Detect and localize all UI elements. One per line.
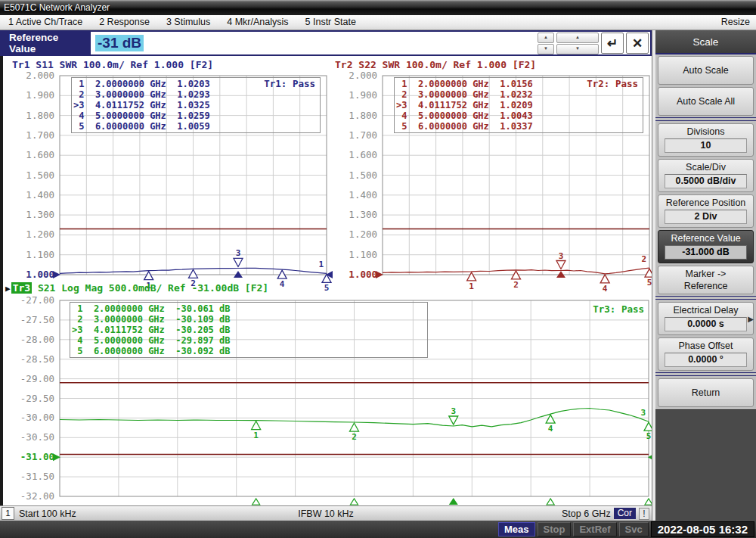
sweep-start-label: Start 100 kHz bbox=[19, 508, 76, 519]
marker-4-label: 4 bbox=[603, 284, 608, 294]
tr3-ytick: -31.50 bbox=[20, 471, 54, 482]
tr1-ytick: 1.200 bbox=[26, 229, 54, 240]
active-trace-arrow-icon: ▶ bbox=[5, 284, 11, 294]
tr2-header[interactable]: Tr2 S22 SWR 100.0m/ Ref 1.000 [F2] bbox=[335, 59, 536, 70]
spin-up-large-icon[interactable]: ▲ bbox=[556, 33, 599, 43]
tr3-header[interactable]: ▶Tr3 S21 Log Mag 500.0mdB/ Ref -31.00dB … bbox=[5, 282, 268, 294]
menu-mkr-analysis[interactable]: 4 Mkr/Analysis bbox=[218, 15, 296, 30]
softkey-filler bbox=[655, 409, 756, 521]
marker-table-row: 2 3.0000000 GHz 1.0232 bbox=[396, 89, 641, 100]
entry-selected-text: -31 dB bbox=[95, 35, 144, 51]
marker-2-icon[interactable] bbox=[349, 423, 358, 431]
marker-1-label: 1 bbox=[469, 281, 474, 291]
entry-close-button[interactable]: ✕ bbox=[626, 33, 649, 54]
marker-4-stimulus-icon bbox=[547, 499, 554, 505]
marker-3-label: 3 bbox=[236, 248, 241, 258]
tr3-ytick: -29.00 bbox=[20, 373, 54, 384]
electrical-delay-button[interactable]: Electrical Delay 0.0000 s ▶ bbox=[658, 302, 754, 335]
tr2-ytick: 1.600 bbox=[349, 149, 377, 160]
tr3-ytick: -32.00 bbox=[20, 490, 54, 502]
tr2-ytick: 1.800 bbox=[349, 110, 377, 121]
marker-table-row: 4 5.0000000 GHz -29.897 dB bbox=[72, 335, 426, 346]
spin-down-large-icon[interactable]: ▼ bbox=[556, 44, 599, 54]
marker-3-icon[interactable] bbox=[449, 416, 458, 424]
marker-1-icon[interactable] bbox=[252, 421, 261, 430]
status-meas: Meas bbox=[498, 522, 535, 536]
spin-down-small-icon[interactable]: ▼ bbox=[538, 44, 554, 54]
tr3-ytick: -28.00 bbox=[20, 334, 54, 345]
entry-controls: ▲ ▼ ▲ ▼ ↵ ✕ bbox=[538, 32, 650, 54]
menu-stimulus[interactable]: 3 Stimulus bbox=[158, 15, 218, 30]
active-trace-chip: Tr3 bbox=[11, 282, 32, 294]
marker-5-label: 5 bbox=[324, 283, 330, 293]
tr3-ytick: -27.50 bbox=[20, 314, 54, 325]
scale-div-button[interactable]: Scale/Div 0.5000 dB/div bbox=[658, 159, 754, 192]
instrument-screen: E5071C Network Analyzer 1 Active Ch/Trac… bbox=[0, 0, 756, 538]
tr3-trace-number: 3 bbox=[640, 408, 646, 418]
marker-1-icon[interactable] bbox=[467, 272, 476, 281]
window-title: E5071C Network Analyzer bbox=[4, 2, 110, 13]
auto-scale-button[interactable]: Auto Scale bbox=[658, 56, 754, 85]
marker-2-label: 2 bbox=[513, 280, 519, 290]
marker-table-row: >3 4.0111752 GHz 1.0325 bbox=[73, 100, 318, 110]
sweep-stop-label: Stop 6 GHz bbox=[562, 508, 611, 519]
status-extref: ExtRef bbox=[573, 522, 616, 536]
tr1-header[interactable]: Tr1 S11 SWR 100.0m/ Ref 1.000 [F2] bbox=[12, 59, 213, 70]
reference-value-input[interactable]: -31 dB bbox=[91, 32, 538, 54]
warning-badge: ! bbox=[639, 508, 649, 520]
fine-spinner: ▲ ▼ bbox=[538, 33, 554, 54]
ifbw-label: IFBW 10 kHz bbox=[298, 508, 354, 519]
tr1-ytick: 1.100 bbox=[26, 249, 54, 260]
marker-table-row: 5 6.0000000 GHz -30.092 dB bbox=[72, 346, 426, 356]
marker-5-label: 5 bbox=[646, 431, 652, 441]
tr3-ytick: -27.00 bbox=[20, 294, 54, 306]
divisions-button[interactable]: Divisions 10 bbox=[658, 123, 754, 157]
correction-badge: Cor bbox=[614, 508, 636, 519]
graph-area[interactable]: 2.0001.9001.8001.7001.6001.5001.4001.300… bbox=[0, 56, 652, 505]
marker-3-icon[interactable] bbox=[234, 258, 243, 266]
marker-1-icon[interactable] bbox=[144, 272, 153, 280]
menu-instr-state[interactable]: 5 Instr State bbox=[297, 15, 364, 30]
channel-bar-right: Stop 6 GHz Cor ! bbox=[562, 508, 652, 520]
tr3-pass-label: Tr3: Pass bbox=[565, 303, 644, 315]
tr2-pass-label: Tr2: Pass bbox=[587, 79, 638, 89]
marker-2-icon[interactable] bbox=[188, 269, 197, 278]
marker-4-icon[interactable] bbox=[600, 275, 609, 283]
marker-table-row: 1 2.0000000 GHz -30.061 dB bbox=[72, 303, 426, 314]
marker-4-icon[interactable] bbox=[546, 415, 555, 423]
marker-3-icon[interactable] bbox=[556, 261, 565, 269]
marker-table-row: >3 4.0111752 GHz 1.0209 bbox=[396, 100, 641, 110]
marker-table-row: 5 6.0000000 GHz 1.0059 bbox=[73, 121, 318, 132]
softkey-menu-title: Scale bbox=[655, 30, 756, 54]
marker-table-row: 4 5.0000000 GHz 1.0043 bbox=[396, 110, 641, 121]
entry-enter-button[interactable]: ↵ bbox=[601, 33, 624, 54]
marker-2-stimulus-icon bbox=[350, 499, 358, 505]
reference-position-button[interactable]: Reference Position 2 Div bbox=[658, 194, 754, 228]
reference-position-value: 2 Div bbox=[665, 210, 747, 224]
marker-to-reference-button[interactable]: Marker -> Reference bbox=[658, 266, 754, 294]
tr2-ytick: 1.000 bbox=[349, 269, 377, 280]
marker-3-label: 3 bbox=[451, 406, 456, 416]
marker-4-label: 4 bbox=[548, 424, 553, 434]
menu-resize[interactable]: Resize bbox=[715, 15, 756, 30]
marker-table-row: >3 4.0111752 GHz -30.205 dB bbox=[72, 325, 426, 335]
marker-4-label: 4 bbox=[280, 279, 285, 289]
divisions-value: 10 bbox=[665, 138, 747, 153]
reference-value-button[interactable]: Reference Value -31.000 dB bbox=[658, 230, 754, 263]
auto-scale-all-button[interactable]: Auto Scale All bbox=[658, 87, 754, 116]
status-datetime: 2022-08-05 16:32 bbox=[651, 521, 754, 537]
menu-active-ch-trace[interactable]: 1 Active Ch/Trace bbox=[0, 15, 91, 30]
menu-response[interactable]: 2 Response bbox=[91, 15, 158, 30]
active-marker-stimulus-icon bbox=[449, 498, 458, 505]
tr3-ytick: -30.00 bbox=[20, 412, 54, 423]
window-title-bar[interactable]: E5071C Network Analyzer bbox=[0, 0, 756, 15]
tr2-ytick: 1.100 bbox=[349, 249, 377, 260]
coarse-spinner: ▲ ▼ bbox=[556, 33, 599, 54]
tr1-trace-number: 1 bbox=[318, 260, 324, 269]
spin-up-small-icon[interactable]: ▲ bbox=[538, 33, 554, 43]
tr1-ytick: 1.700 bbox=[26, 129, 54, 141]
tr2-trace-number: 2 bbox=[641, 254, 646, 264]
return-button[interactable]: Return bbox=[658, 378, 754, 407]
tr2-ytick: 1.500 bbox=[349, 169, 377, 181]
phase-offset-button[interactable]: Phase Offset 0.0000 ° bbox=[658, 337, 754, 371]
